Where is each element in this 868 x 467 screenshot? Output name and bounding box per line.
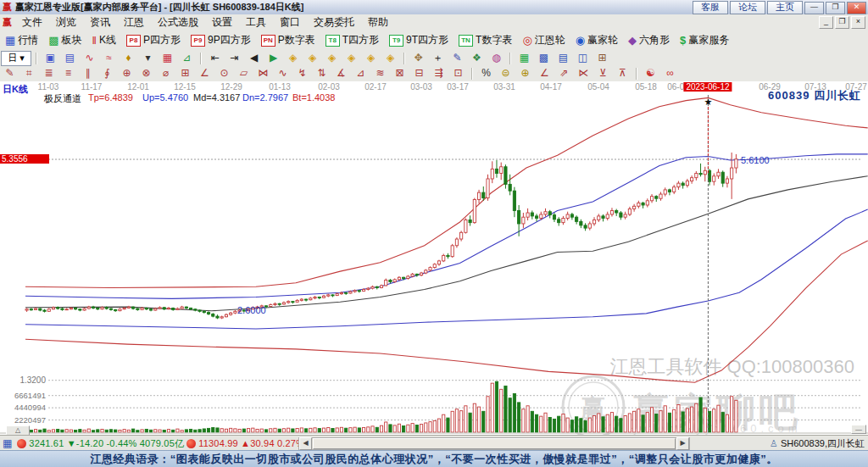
angle-tool-icon[interactable]: ∠	[196, 66, 214, 81]
cycle-tool-icon[interactable]: ⊗	[137, 66, 155, 81]
small-wheel-icon[interactable]: ◍	[487, 51, 505, 66]
toolbar-button-kline[interactable]: ‖K线	[87, 32, 121, 49]
gann-circle-icon[interactable]: ⊕	[118, 66, 136, 81]
quote-grid-icon[interactable]: ▦	[3, 438, 12, 448]
wedge-tool-icon[interactable]: ⋉	[575, 66, 593, 81]
candle-type-icon[interactable]: ♦	[120, 51, 137, 66]
shanghai-index-quote[interactable]: 3241.61 ▼-14.20 -0.44% 4079.05亿	[29, 437, 184, 450]
toolbar-button-p-square[interactable]: P8P四方形	[121, 32, 186, 49]
toolbar-button-winner-wheel[interactable]: ◉赢家轮	[570, 32, 623, 49]
gann-diamond-3-icon[interactable]: ◈	[323, 51, 341, 66]
wave-tool-icon[interactable]: ∿	[274, 66, 292, 81]
toolbar-button-9p-square[interactable]: P99P四方形	[186, 32, 256, 49]
ellipse-tool-icon[interactable]: ⌀	[157, 66, 175, 81]
hlines-tool-icon[interactable]: ≣	[40, 66, 58, 81]
angle2-tool-icon[interactable]: ∠	[536, 66, 554, 81]
parallel-tool-icon[interactable]: ∥	[79, 66, 97, 81]
yinyang-icon[interactable]: ☯	[642, 66, 659, 81]
gann-diamond-5-icon[interactable]: ◈	[362, 51, 380, 66]
pan-hand-icon[interactable]: ✥	[409, 51, 427, 66]
menu-item-交易委托[interactable]: 交易委托	[307, 14, 361, 31]
toolbar-button-winner-service[interactable]: $赢家服务	[675, 32, 734, 49]
target-tool-icon[interactable]: ⊙	[215, 66, 233, 81]
menu-item-资讯[interactable]: 资讯	[83, 14, 117, 31]
window-icon[interactable]: ▣	[42, 51, 59, 66]
forum-button[interactable]: 论坛	[730, 1, 765, 14]
box-tool-icon[interactable]: ⊞	[176, 66, 194, 81]
gann-diamond-6-icon[interactable]: ◈	[381, 51, 399, 66]
ray-tool-icon[interactable]: ⇗	[555, 66, 573, 81]
menu-item-江恩[interactable]: 江恩	[117, 14, 151, 31]
updown-tool-icon[interactable]: ⇅	[313, 66, 331, 81]
channel-tool-icon[interactable]: ▱	[235, 66, 253, 81]
toolbar-button-quotes[interactable]: ▦行情	[0, 32, 43, 49]
horizontal-scrollbar[interactable]: ◀ ▶	[298, 437, 690, 450]
mdi-close-button[interactable]: ×	[851, 16, 865, 29]
step-back-icon[interactable]: ◀	[245, 51, 263, 66]
period-dropdown[interactable]: 日 ▾	[1, 51, 31, 66]
close-button[interactable]: ✕	[847, 2, 866, 14]
goto-start-icon[interactable]: ⇤	[206, 51, 224, 66]
butterfly-tool-icon[interactable]: ⋈	[254, 66, 272, 81]
golden-circle-icon[interactable]: ⊕	[516, 66, 534, 81]
service-button[interactable]: 客服	[693, 1, 728, 14]
gann-diamond-1-icon[interactable]: ◈	[284, 51, 302, 66]
draw-note-icon[interactable]: ✎	[448, 51, 466, 66]
triangle-tool-icon[interactable]: ⊿	[352, 66, 370, 81]
levels-tool-icon[interactable]: ≡	[59, 66, 77, 81]
toolbar-button-sectors[interactable]: ▩板块	[43, 32, 86, 49]
wave-line-icon[interactable]: ≈	[100, 51, 118, 66]
fan-tool-icon[interactable]: ∡	[332, 66, 350, 81]
dotbox-tool-icon[interactable]: ⊡	[449, 66, 467, 81]
menu-item-设置[interactable]: 设置	[205, 14, 239, 31]
trend-line-icon[interactable]: ∿	[81, 51, 98, 66]
minimize-button[interactable]: —	[804, 2, 824, 14]
candlestick-chart[interactable]: 江恩工具软件 QQ:100800360赢赢家聊吧jiaoba.yjcf360.c…	[0, 81, 868, 435]
toolbar-button-hexagon[interactable]: ◆六角形	[623, 32, 675, 49]
menu-item-文件[interactable]: 文件	[15, 14, 49, 31]
mdi-minimize-button[interactable]: _	[819, 16, 833, 29]
ripple-tool-icon[interactable]: ≋	[371, 66, 389, 81]
gann-diamond-2-icon[interactable]: ◈	[303, 51, 321, 66]
xbox-tool-icon[interactable]: ⊠	[391, 66, 409, 81]
goto-end-icon[interactable]: ⇥	[225, 51, 243, 66]
chart-pane[interactable]: 日K线 11-0311-1712-0112-1512-2901-1302-030…	[0, 81, 868, 435]
arc-tool-icon[interactable]: ∮	[98, 66, 116, 81]
vee-tool-icon[interactable]: ⊻	[594, 66, 612, 81]
chart-type-dropdown-icon[interactable]: ▾	[139, 51, 157, 66]
current-symbol[interactable]: SH600839,四川长虹	[781, 437, 865, 450]
toolbar-button-t-square[interactable]: T8T四方形	[320, 32, 384, 49]
signal-flag-icon[interactable]: ⊿	[178, 51, 196, 66]
report-icon[interactable]: ▤	[61, 51, 79, 66]
scroll-left-arrow[interactable]: ◀	[299, 437, 312, 450]
gann-diamond-4-icon[interactable]: ◈	[342, 51, 360, 66]
home-button[interactable]: 主页	[767, 1, 803, 14]
mdi-restore-button[interactable]: ❐	[835, 16, 849, 29]
pencil-tool-icon[interactable]: ✎	[1, 66, 19, 81]
restore-button[interactable]: ❐	[826, 2, 845, 14]
toolbar-button-9t-square[interactable]: T99T四方形	[384, 32, 453, 49]
flash-tool-icon[interactable]: ↯	[293, 66, 311, 81]
calculator-icon[interactable]: ▩	[535, 51, 553, 66]
caret-tool-icon[interactable]: ⊼	[614, 66, 632, 81]
expand-pane-button[interactable]: △	[6, 425, 30, 435]
quote-table-icon[interactable]: ▦	[159, 51, 176, 66]
menu-item-帮助[interactable]: 帮助	[361, 14, 395, 31]
crosshair-tool-icon[interactable]: ＋	[429, 51, 447, 66]
save-icon[interactable]: ◫	[574, 51, 592, 66]
menu-item-浏览[interactable]: 浏览	[49, 14, 83, 31]
trade-cart-icon[interactable]: ⊞	[593, 51, 611, 66]
toolbar-button-p-number-table[interactable]: PNP数字表	[256, 32, 320, 49]
grid-tool-icon[interactable]: ⌗	[20, 66, 38, 81]
calendar-icon[interactable]: ▦	[515, 51, 533, 66]
menu-item-工具[interactable]: 工具	[239, 14, 273, 31]
toolbar-button-gann-wheel[interactable]: ◎江恩轮	[517, 32, 570, 49]
scroll-right-arrow[interactable]: ▶	[676, 437, 689, 450]
collapse-pane-button[interactable]: —	[851, 425, 866, 434]
scrollbar-thumb[interactable]	[313, 438, 676, 449]
arrows-tool-icon[interactable]: ⇶	[430, 66, 448, 81]
toolbar-button-t-number-table[interactable]: TNT数字表	[453, 32, 517, 49]
menu-item-公式选股[interactable]: 公式选股	[151, 14, 205, 31]
tools-icon[interactable]: ❖	[468, 51, 486, 66]
notes-icon[interactable]: ▤	[554, 51, 572, 66]
